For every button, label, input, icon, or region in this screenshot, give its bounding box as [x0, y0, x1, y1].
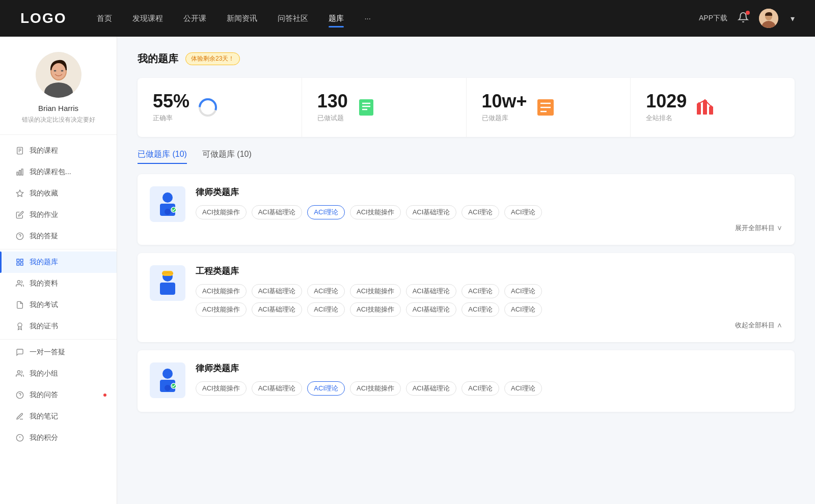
app-download-button[interactable]: APP下载 [699, 14, 727, 23]
logo: LOGO [20, 10, 66, 26]
nav-discover[interactable]: 发现课程 [132, 12, 163, 25]
stat-rank: 1029 全站排名 [631, 78, 795, 137]
menu-item-group[interactable]: 我的小组 [0, 363, 117, 384]
tag-2-2[interactable]: ACI基础理论 [252, 284, 303, 298]
tag-1-1[interactable]: ACI技能操作 [196, 205, 247, 219]
tag-1-4[interactable]: ACI技能操作 [350, 205, 401, 219]
stat-banks-number: 10w+ [482, 92, 527, 110]
pie-chart-icon [198, 97, 218, 118]
stat-rank-number: 1029 [646, 92, 687, 110]
svg-rect-20 [20, 259, 23, 262]
menu-item-course-pack[interactable]: 我的课程包... [0, 161, 117, 183]
expand-link-2[interactable]: 收起全部科目 ∧ [196, 321, 782, 330]
tag-3-6[interactable]: ACI理论 [461, 381, 499, 396]
svg-rect-33 [359, 99, 373, 116]
menu-item-notes[interactable]: 我的笔记 [0, 406, 117, 427]
points-icon [15, 433, 24, 442]
expand-link-1[interactable]: 展开全部科目 ∨ [196, 223, 782, 233]
nav-open-course[interactable]: 公开课 [183, 12, 206, 25]
svg-point-49 [165, 209, 171, 215]
tag-2-9[interactable]: ACI基础理论 [252, 302, 303, 317]
menu-item-exam-bank[interactable]: 我的题库 [0, 251, 117, 273]
tag-1-2[interactable]: ACI基础理论 [252, 205, 303, 219]
nav-news[interactable]: 新闻资讯 [227, 12, 257, 25]
user-dropdown-arrow[interactable]: ▾ [791, 14, 795, 23]
tag-2-7[interactable]: ACI理论 [504, 284, 542, 298]
bank-card-header-2: 工程类题库 ACI技能操作 ACI基础理论 ACI理论 ACI技能操作 ACI基… [150, 265, 782, 330]
menu-label-group: 我的小组 [30, 369, 58, 378]
tag-3-4[interactable]: ACI技能操作 [350, 381, 401, 396]
stat-done-label: 已做试题 [317, 114, 348, 123]
menu-item-favorite[interactable]: 我的收藏 [0, 183, 117, 204]
note-icon [15, 412, 24, 421]
bank-title-2: 工程类题库 [196, 265, 782, 277]
menu-item-profile[interactable]: 我的资料 [0, 273, 117, 294]
menu-item-cert[interactable]: 我的证书 [0, 316, 117, 337]
lawyer-icon-2 [150, 362, 185, 398]
tag-2-13[interactable]: ACI理论 [461, 302, 499, 317]
tag-2-12[interactable]: ACI基础理论 [406, 302, 457, 317]
user-motto: 错误的决定比没有决定要好 [22, 116, 95, 124]
stat-banks-label: 已做题库 [482, 114, 527, 123]
svg-rect-53 [162, 271, 173, 276]
user-avatar-header[interactable] [759, 9, 778, 28]
tag-3-1[interactable]: ACI技能操作 [196, 381, 247, 396]
tag-2-5[interactable]: ACI基础理论 [406, 284, 457, 298]
nav-home[interactable]: 首页 [97, 12, 112, 25]
tag-row-3: ACI技能操作 ACI基础理论 ACI理论 ACI技能操作 ACI基础理论 AC… [196, 381, 782, 396]
divider-2 [0, 339, 117, 340]
tag-2-6[interactable]: ACI理论 [461, 284, 499, 298]
menu-item-exam[interactable]: 我的考试 [0, 294, 117, 316]
tag-3-5[interactable]: ACI基础理论 [406, 381, 457, 396]
menu-label-favorite: 我的收藏 [30, 189, 58, 198]
menu-item-homework[interactable]: 我的作业 [0, 204, 117, 226]
menu-item-one-on-one[interactable]: 一对一答疑 [0, 342, 117, 363]
profile-section: Brian Harris 错误的决定比没有决定要好 [0, 52, 117, 135]
edit-icon [15, 210, 24, 219]
bank-title-1: 律师类题库 [196, 186, 782, 198]
tag-2-11[interactable]: ACI技能操作 [350, 302, 401, 317]
tab-todo[interactable]: 可做题库 (10) [202, 149, 252, 164]
tag-2-10[interactable]: ACI理论 [307, 302, 345, 317]
bank-title-3: 律师类题库 [196, 362, 782, 374]
menu-label-one-on-one: 一对一答疑 [30, 348, 65, 357]
svg-rect-41 [697, 103, 701, 115]
bank-card-lawyer-2: 律师类题库 ACI技能操作 ACI基础理论 ACI理论 ACI技能操作 ACI基… [138, 350, 795, 412]
tag-3-2[interactable]: ACI基础理论 [252, 381, 303, 396]
stats-row: 55% 正确率 130 已做试题 [138, 78, 795, 137]
tag-1-3[interactable]: ACI理论 [307, 205, 345, 219]
tag-2-14[interactable]: ACI理论 [504, 302, 542, 317]
tag-1-5[interactable]: ACI基础理论 [406, 205, 457, 219]
menu-label-points: 我的积分 [30, 433, 58, 442]
nav-exam[interactable]: 题库 [329, 12, 344, 25]
tag-2-8[interactable]: ACI技能操作 [196, 302, 247, 317]
stat-done-text: 130 已做试题 [317, 92, 348, 123]
tab-done[interactable]: 已做题库 (10) [138, 149, 187, 164]
svg-rect-15 [21, 169, 23, 175]
tag-3-3[interactable]: ACI理论 [307, 381, 345, 396]
notification-bell[interactable] [738, 12, 749, 25]
menu-item-course[interactable]: 我的课程 [0, 140, 117, 161]
tag-2-1[interactable]: ACI技能操作 [196, 284, 247, 298]
nav-qa[interactable]: 问答社区 [278, 12, 308, 25]
svg-rect-14 [19, 171, 21, 175]
tag-row-2a: ACI技能操作 ACI基础理论 ACI理论 ACI技能操作 ACI基础理论 AC… [196, 284, 782, 298]
menu-item-points[interactable]: 我的积分 [0, 427, 117, 449]
tag-3-7[interactable]: ACI理论 [504, 381, 542, 396]
stat-done-questions: 130 已做试题 [302, 78, 467, 137]
people-icon [15, 279, 24, 288]
svg-point-45 [704, 99, 706, 101]
tag-2-3[interactable]: ACI理论 [307, 284, 345, 298]
header-right: APP下载 ▾ [699, 9, 795, 28]
nav-more[interactable]: ··· [364, 12, 371, 25]
tag-1-6[interactable]: ACI理论 [461, 205, 499, 219]
tag-1-7[interactable]: ACI理论 [504, 205, 542, 219]
stat-accuracy-label: 正确率 [153, 114, 189, 123]
main-content: 我的题库 体验剩余23天！ 55% 正确率 130 [117, 37, 815, 504]
bank-card-header-1: 律师类题库 ACI技能操作 ACI基础理论 ACI理论 ACI技能操作 ACI基… [150, 186, 782, 233]
tag-2-4[interactable]: ACI技能操作 [350, 284, 401, 298]
menu-item-question[interactable]: 我的问答 [0, 384, 117, 406]
page-title: 我的题库 [138, 52, 178, 66]
svg-point-8 [61, 70, 63, 72]
menu-item-qa[interactable]: 我的答疑 [0, 226, 117, 247]
